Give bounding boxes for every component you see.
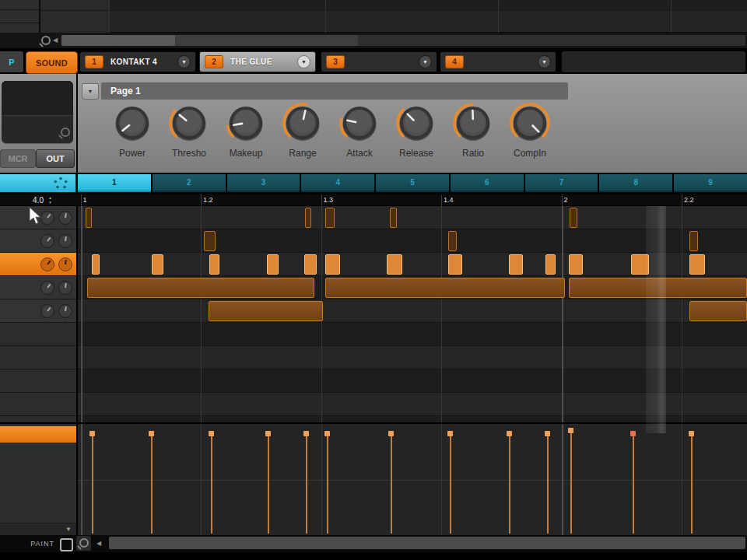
midi-note[interactable] [325,208,335,228]
midi-note[interactable] [86,208,92,228]
velocity-dot[interactable] [545,431,550,436]
knob-ratio[interactable]: Ratio [450,102,496,159]
knob-makeup[interactable]: Makeup [223,102,269,159]
timeline-ruler[interactable]: 4.0 ▲ ▼ 11.21.31.422.2 [0,194,747,206]
midi-note[interactable] [304,254,317,275]
pan-knob-icon[interactable] [40,234,54,248]
mcr-button[interactable]: MCR [0,149,36,168]
level-knob-icon[interactable] [58,234,72,248]
knob-power[interactable]: Power [109,102,156,159]
velocity-dot[interactable] [265,431,271,436]
pattern-slot-6[interactable]: 6 [451,174,524,192]
scroll-left-icon[interactable]: ◀ [53,37,58,44]
velocity-dot[interactable] [689,431,694,436]
pan-knob-icon[interactable] [40,211,54,225]
velocity-marker[interactable] [265,431,271,534]
knob-dial[interactable] [336,102,383,147]
midi-note[interactable] [390,208,397,228]
velocity-marker[interactable] [447,431,453,534]
velocity-marker[interactable] [149,431,154,534]
pattern-slot-2[interactable]: 2 [153,174,226,192]
level-knob-icon[interactable] [58,281,72,295]
pattern-length-stepper[interactable]: ▲ ▼ [48,195,52,205]
velocity-dot[interactable] [388,431,394,436]
midi-note[interactable] [570,208,577,228]
chevron-down-icon[interactable]: ▼ [538,55,551,68]
velocity-dot[interactable] [568,428,573,433]
sound-row-8[interactable] [0,369,76,393]
sound-slot-1[interactable]: 1KONTAKT 4▼ [79,51,196,72]
pattern-length-value[interactable]: 4.0 [0,196,44,205]
search-icon[interactable] [61,128,70,137]
pan-knob-icon[interactable] [40,304,54,318]
knob-dial[interactable] [166,102,212,147]
knob-dial[interactable] [450,102,496,147]
midi-note[interactable] [152,254,163,275]
tab-sound[interactable]: SOUND [26,51,78,74]
step-down-icon[interactable]: ▼ [48,200,52,205]
pattern-slot-8[interactable]: 8 [599,174,672,192]
knob-range[interactable]: Range [279,102,326,159]
velocity-lane[interactable] [78,424,747,535]
velocity-dot[interactable] [630,431,636,436]
midi-note[interactable] [387,254,402,275]
knob-dial[interactable] [507,102,553,147]
velocity-dot[interactable] [303,431,309,436]
velocity-marker[interactable] [303,431,309,534]
pattern-slot-4[interactable]: 4 [301,174,374,192]
velocity-marker[interactable] [388,431,394,534]
midi-note[interactable] [87,278,314,298]
zoom-tool-button[interactable] [76,536,91,551]
velocity-marker[interactable] [209,431,214,534]
scrollbar-thumb[interactable] [109,537,745,549]
velocity-dot[interactable] [209,431,214,436]
collapse-lane-icon[interactable]: ▼ [65,527,72,533]
velocity-dot[interactable] [447,431,453,436]
midi-note[interactable] [569,254,583,275]
velocity-marker[interactable] [689,431,694,534]
out-button[interactable]: OUT [36,149,75,168]
velocity-dot[interactable] [324,431,330,436]
sound-slot-2[interactable]: 2THE GLUE▼ [199,51,316,72]
pan-knob-icon[interactable] [40,257,54,271]
paint-checkbox[interactable] [60,538,73,551]
velocity-marker[interactable] [324,431,330,534]
sound-row-3[interactable] [0,253,76,276]
velocity-dot[interactable] [89,431,95,436]
midi-note[interactable] [689,231,698,251]
midi-note[interactable] [325,278,565,298]
scrollbar-thumb[interactable] [61,35,175,46]
sound-row-2[interactable] [0,229,76,253]
sound-row-4[interactable] [0,276,76,299]
sound-row-7[interactable] [0,346,76,369]
sound-row-10[interactable] [0,416,76,422]
pattern-slot-1[interactable]: 1 [78,174,151,192]
page-dropdown-button[interactable]: ▼ [82,83,99,100]
pattern-bank-button[interactable] [0,174,75,192]
knob-attack[interactable]: Attack [336,102,383,159]
velocity-marker[interactable] [568,428,573,534]
sound-row-6[interactable] [0,323,76,346]
sound-row-9[interactable] [0,393,76,416]
level-knob-icon[interactable] [58,257,72,271]
knob-dial[interactable] [279,102,326,147]
zoom-tool-icon[interactable] [41,36,51,45]
midi-note[interactable] [267,254,279,275]
knob-thresho[interactable]: Thresho [166,102,212,159]
velocity-marker[interactable] [630,431,636,534]
midi-note[interactable] [509,254,523,275]
velocity-marker[interactable] [507,431,512,534]
midi-note[interactable] [689,301,747,321]
page-header[interactable]: Page 1 [101,82,568,100]
velocity-marker[interactable] [545,431,550,534]
pattern-slot-7[interactable]: 7 [525,174,598,192]
tab-group[interactable]: P [0,51,23,72]
midi-note[interactable] [325,254,340,275]
midi-note[interactable] [545,254,556,275]
midi-note[interactable] [92,254,100,275]
midi-note[interactable] [209,301,323,321]
chevron-down-icon[interactable]: ▼ [419,55,432,68]
chevron-down-icon[interactable]: ▼ [177,55,191,68]
velocity-selected-sound[interactable] [0,426,76,443]
pattern-slot-9[interactable]: 9 [674,174,747,192]
